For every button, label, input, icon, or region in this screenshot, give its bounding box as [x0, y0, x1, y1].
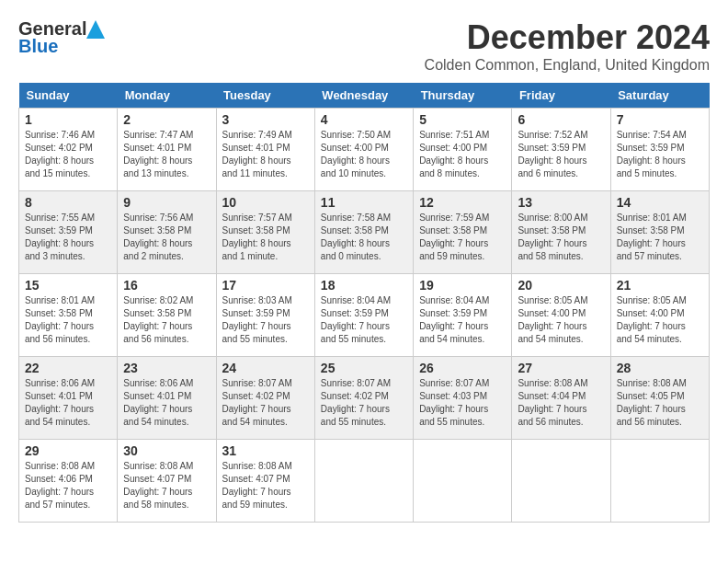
logo: General Blue — [18, 18, 105, 57]
day-sunset: Sunset: 3:59 PM — [518, 143, 586, 153]
calendar-cell: 6 Sunrise: 7:52 AM Sunset: 3:59 PM Dayli… — [512, 109, 610, 191]
day-daylight: Daylight: 7 hours and 54 minutes. — [518, 321, 586, 344]
day-sunset: Sunset: 4:03 PM — [419, 391, 487, 401]
day-sunrise: Sunrise: 8:02 AM — [123, 295, 193, 305]
day-daylight: Daylight: 8 hours and 5 minutes. — [617, 155, 686, 178]
day-sunrise: Sunrise: 8:05 AM — [518, 295, 587, 305]
day-number: 7 — [617, 112, 703, 127]
calendar-cell: 2 Sunrise: 7:47 AM Sunset: 4:01 PM Dayli… — [118, 109, 216, 191]
day-sunrise: Sunrise: 7:55 AM — [25, 213, 95, 223]
day-sunset: Sunset: 3:58 PM — [123, 308, 191, 318]
calendar-cell: 12 Sunrise: 7:59 AM Sunset: 3:58 PM Dayl… — [414, 191, 512, 274]
day-number: 8 — [25, 195, 111, 210]
day-number: 25 — [321, 361, 407, 375]
logo-blue-text: Blue — [18, 36, 58, 57]
day-sunset: Sunset: 4:02 PM — [25, 143, 93, 153]
calendar-cell — [414, 440, 512, 523]
day-sunset: Sunset: 4:02 PM — [321, 391, 389, 401]
day-sunrise: Sunrise: 7:50 AM — [321, 130, 391, 140]
calendar-table: SundayMondayTuesdayWednesdayThursdayFrid… — [18, 83, 710, 523]
calendar-cell: 29 Sunrise: 8:08 AM Sunset: 4:06 PM Dayl… — [19, 440, 118, 523]
calendar-cell: 14 Sunrise: 8:01 AM Sunset: 3:58 PM Dayl… — [610, 191, 709, 274]
day-sunset: Sunset: 3:59 PM — [321, 308, 389, 318]
day-daylight: Daylight: 7 hours and 58 minutes. — [518, 238, 586, 261]
day-sunrise: Sunrise: 8:08 AM — [518, 378, 587, 388]
day-sunrise: Sunrise: 7:56 AM — [123, 213, 193, 223]
day-daylight: Daylight: 7 hours and 59 minutes. — [222, 487, 291, 510]
day-sunset: Sunset: 4:07 PM — [123, 474, 191, 484]
day-number: 6 — [518, 112, 604, 127]
day-number: 9 — [123, 195, 210, 210]
day-number: 28 — [617, 361, 703, 375]
calendar-week-5: 29 Sunrise: 8:08 AM Sunset: 4:06 PM Dayl… — [19, 440, 710, 523]
calendar-cell: 23 Sunrise: 8:06 AM Sunset: 4:01 PM Dayl… — [118, 357, 216, 440]
day-sunrise: Sunrise: 7:47 AM — [123, 130, 193, 140]
day-sunset: Sunset: 4:04 PM — [518, 391, 586, 401]
day-sunset: Sunset: 4:06 PM — [25, 474, 93, 484]
day-sunset: Sunset: 4:00 PM — [617, 308, 685, 318]
calendar-cell — [610, 440, 709, 523]
day-daylight: Daylight: 8 hours and 6 minutes. — [518, 155, 586, 178]
day-header-tuesday: Tuesday — [216, 83, 314, 109]
day-sunset: Sunset: 4:07 PM — [222, 474, 290, 484]
day-sunset: Sunset: 3:58 PM — [518, 225, 586, 236]
day-header-friday: Friday — [512, 83, 610, 109]
day-number: 19 — [419, 278, 506, 293]
day-header-monday: Monday — [118, 83, 216, 109]
calendar-cell: 13 Sunrise: 8:00 AM Sunset: 3:58 PM Dayl… — [512, 191, 610, 274]
day-sunset: Sunset: 4:02 PM — [222, 391, 290, 401]
day-daylight: Daylight: 7 hours and 56 minutes. — [518, 404, 586, 427]
calendar-cell: 11 Sunrise: 7:58 AM Sunset: 3:58 PM Dayl… — [314, 191, 413, 274]
day-number: 26 — [419, 361, 506, 375]
day-header-saturday: Saturday — [610, 83, 709, 109]
location-title: Colden Common, England, United Kingdom — [425, 57, 710, 74]
day-sunset: Sunset: 4:01 PM — [222, 143, 290, 153]
day-number: 5 — [419, 112, 506, 127]
day-sunrise: Sunrise: 7:59 AM — [419, 213, 489, 223]
day-sunrise: Sunrise: 8:06 AM — [25, 378, 95, 388]
svg-marker-0 — [86, 20, 105, 39]
day-daylight: Daylight: 7 hours and 55 minutes. — [321, 404, 390, 427]
day-sunrise: Sunrise: 8:07 AM — [419, 378, 489, 388]
day-sunrise: Sunrise: 8:06 AM — [123, 378, 193, 388]
calendar-cell — [314, 440, 413, 523]
day-sunset: Sunset: 3:58 PM — [25, 308, 93, 318]
day-sunrise: Sunrise: 8:03 AM — [222, 295, 292, 305]
day-number: 31 — [222, 443, 309, 458]
day-number: 21 — [617, 278, 703, 293]
day-number: 18 — [321, 278, 407, 293]
calendar-cell: 20 Sunrise: 8:05 AM Sunset: 4:00 PM Dayl… — [512, 274, 610, 357]
day-daylight: Daylight: 8 hours and 8 minutes. — [419, 155, 488, 178]
day-daylight: Daylight: 8 hours and 1 minute. — [222, 238, 291, 261]
day-daylight: Daylight: 7 hours and 59 minutes. — [419, 238, 488, 261]
day-sunset: Sunset: 4:05 PM — [617, 391, 685, 401]
day-daylight: Daylight: 7 hours and 54 minutes. — [222, 404, 291, 427]
day-number: 13 — [518, 195, 604, 210]
day-sunrise: Sunrise: 8:08 AM — [222, 461, 292, 471]
calendar-cell: 27 Sunrise: 8:08 AM Sunset: 4:04 PM Dayl… — [512, 357, 610, 440]
day-sunrise: Sunrise: 7:54 AM — [617, 130, 687, 140]
day-sunset: Sunset: 3:59 PM — [222, 308, 290, 318]
month-title: December 2024 — [425, 18, 710, 57]
calendar-cell: 9 Sunrise: 7:56 AM Sunset: 3:58 PM Dayli… — [118, 191, 216, 274]
day-daylight: Daylight: 7 hours and 55 minutes. — [321, 321, 390, 344]
day-sunrise: Sunrise: 8:07 AM — [222, 378, 292, 388]
calendar-week-3: 15 Sunrise: 8:01 AM Sunset: 3:58 PM Dayl… — [19, 274, 710, 357]
day-daylight: Daylight: 8 hours and 0 minutes. — [321, 238, 390, 261]
day-number: 17 — [222, 278, 309, 293]
day-number: 16 — [123, 278, 210, 293]
day-sunrise: Sunrise: 8:01 AM — [25, 295, 95, 305]
day-sunrise: Sunrise: 8:00 AM — [518, 213, 587, 223]
day-daylight: Daylight: 7 hours and 54 minutes. — [123, 404, 192, 427]
calendar-cell: 18 Sunrise: 8:04 AM Sunset: 3:59 PM Dayl… — [314, 274, 413, 357]
day-daylight: Daylight: 8 hours and 10 minutes. — [321, 155, 390, 178]
day-sunrise: Sunrise: 7:57 AM — [222, 213, 292, 223]
day-sunset: Sunset: 3:59 PM — [617, 143, 685, 153]
day-sunset: Sunset: 4:00 PM — [321, 143, 389, 153]
calendar-cell: 8 Sunrise: 7:55 AM Sunset: 3:59 PM Dayli… — [19, 191, 118, 274]
day-daylight: Daylight: 7 hours and 56 minutes. — [617, 404, 686, 427]
calendar-cell: 4 Sunrise: 7:50 AM Sunset: 4:00 PM Dayli… — [314, 109, 413, 191]
day-daylight: Daylight: 7 hours and 54 minutes. — [25, 404, 94, 427]
day-daylight: Daylight: 7 hours and 55 minutes. — [419, 404, 488, 427]
day-daylight: Daylight: 7 hours and 56 minutes. — [25, 321, 94, 344]
